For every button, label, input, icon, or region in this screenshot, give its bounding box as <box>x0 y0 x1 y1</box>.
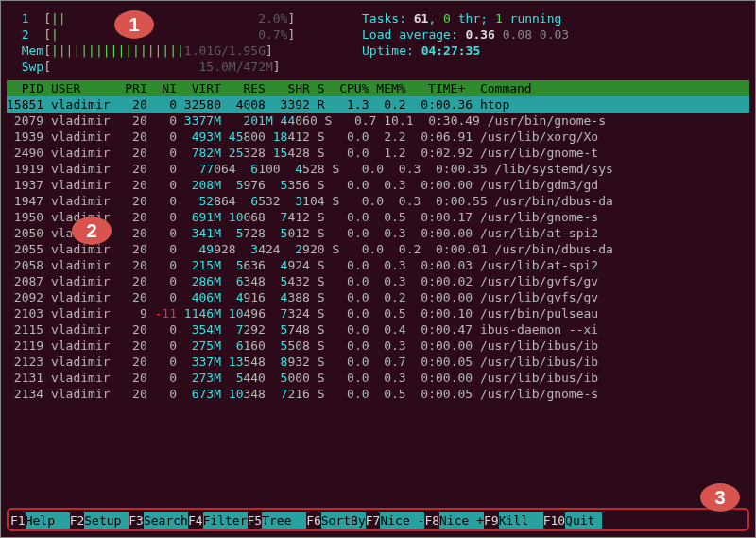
fnkey: F3 <box>129 513 144 528</box>
fnkey: F2 <box>70 513 85 528</box>
tasks-info: Tasks: 61, 0 thr; 1 running <box>362 10 749 26</box>
cpu1-value: 2.0% <box>66 11 288 26</box>
fnkey: F7 <box>366 513 381 528</box>
fn-help[interactable]: Help <box>26 512 70 529</box>
uptime-info: Uptime: 04:27:35 <box>362 43 749 59</box>
table-row[interactable]: 2131 vladimir 20 0 273M 5440 5000 S 0.0 … <box>7 370 749 386</box>
fn-setup[interactable]: Setup <box>84 512 129 529</box>
fnkey: F10 <box>543 513 565 528</box>
fn-nice +[interactable]: Nice + <box>439 512 484 529</box>
table-row[interactable]: 2079 vladimir 20 0 3377M 201M 44060 S 0.… <box>7 113 749 129</box>
fn-filter[interactable]: Filter <box>203 512 248 529</box>
table-row[interactable]: 2087 vladimir 20 0 286M 6348 5432 S 0.0 … <box>7 273 749 289</box>
swp-meter: Swp[ 15.0M/472M] <box>7 59 362 75</box>
table-row[interactable]: 2055 vladimir 20 0 49928 3424 2920 S 0.0… <box>7 241 749 257</box>
table-row[interactable]: 2103 vladimir 9 -11 1146M 10496 7324 S 0… <box>7 305 749 321</box>
column-header[interactable]: PID USER PRI NI VIRT RES SHR S CPU% MEM%… <box>7 80 749 96</box>
mem-meter: Mem[||||||||||||||||||1.01G/1.95G] <box>7 43 362 59</box>
loadavg-info: Load average: 0.36 0.08 0.03 <box>362 26 749 43</box>
table-row[interactable]: 2123 vladimir 20 0 337M 13548 8932 S 0.0… <box>7 354 749 370</box>
fn-nice -[interactable]: Nice - <box>380 512 424 529</box>
table-row[interactable]: 1919 vladimir 20 0 77064 6100 4528 S 0.0… <box>7 161 749 177</box>
process-list[interactable]: 2079 vladimir 20 0 3377M 201M 44060 S 0.… <box>7 113 749 402</box>
fnkey: F8 <box>424 513 439 528</box>
function-key-bar: F1Help F2Setup F3SearchF4FilterF5Tree F6… <box>7 508 749 531</box>
table-row[interactable]: 2058 vladimir 20 0 215M 5636 4924 S 0.0 … <box>7 257 749 273</box>
table-row[interactable]: 2119 vladimir 20 0 275M 6160 5508 S 0.0 … <box>7 338 749 354</box>
fn-sortby[interactable]: SortBy <box>321 512 366 529</box>
fn-quit[interactable]: Quit <box>565 512 602 529</box>
table-row[interactable]: 2115 vladimir 20 0 354M 7292 5748 S 0.0 … <box>7 321 749 338</box>
table-row[interactable]: 2092 vladimir 20 0 406M 4916 4388 S 0.0 … <box>7 289 749 305</box>
fnkey: F1 <box>10 513 26 528</box>
cpu1-meter: 1 [|| 2.0%] <box>7 10 362 26</box>
table-row[interactable]: 1939 vladimir 20 0 493M 45800 18412 S 0.… <box>7 129 749 145</box>
cpu2-meter: 2 [| 0.7%] <box>7 26 362 43</box>
table-row[interactable]: 1950 vladimir 20 0 691M 10068 7412 S 0.0… <box>7 209 749 225</box>
fnkey: F5 <box>248 513 263 528</box>
fnkey: F4 <box>188 513 203 528</box>
fn-search[interactable]: Search <box>144 512 188 529</box>
fn-kill[interactable]: Kill <box>499 512 543 529</box>
table-row[interactable]: 1937 vladimir 20 0 208M 5976 5356 S 0.0 … <box>7 177 749 193</box>
table-row[interactable]: 2134 vladimir 20 0 673M 10348 7216 S 0.0… <box>7 386 749 402</box>
callout-3: 3 <box>700 483 740 512</box>
fn-tree[interactable]: Tree <box>262 512 306 529</box>
table-row[interactable]: 2490 vladimir 20 0 782M 25328 15428 S 0.… <box>7 145 749 161</box>
callout-1: 1 <box>114 10 154 39</box>
table-row[interactable]: 2050 vladimir 20 0 341M 5728 5012 S 0.0 … <box>7 225 749 241</box>
callout-2: 2 <box>72 217 112 245</box>
fnkey: F6 <box>306 513 321 528</box>
fnkey: F9 <box>484 513 499 528</box>
selected-process-row[interactable]: 15851 vladimir 20 0 32580 4008 3392 R 1.… <box>7 96 749 113</box>
table-row[interactable]: 1947 vladimir 20 0 52864 6532 3104 S 0.0… <box>7 193 749 209</box>
